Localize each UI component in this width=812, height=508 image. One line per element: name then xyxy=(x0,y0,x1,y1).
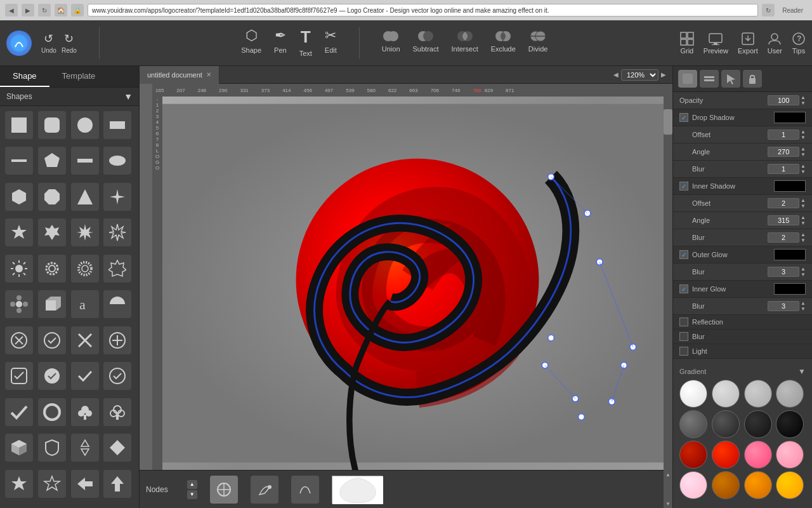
outer-glow-color[interactable] xyxy=(774,249,806,260)
forward-button[interactable]: ▶ xyxy=(22,4,34,17)
exclude-tool[interactable]: Exclude xyxy=(491,27,516,59)
swatch-pink[interactable] xyxy=(744,441,772,469)
shape-star8[interactable] xyxy=(71,218,99,246)
shape-octagon[interactable] xyxy=(38,183,66,211)
inner-shadow-color[interactable] xyxy=(774,180,806,192)
swatch-dorange[interactable] xyxy=(744,471,772,499)
swatch-white[interactable] xyxy=(679,380,707,408)
shape-box3d[interactable] xyxy=(38,290,66,318)
subtract-tool[interactable]: Subtract xyxy=(413,27,439,59)
canvas-main[interactable] xyxy=(162,97,672,470)
inner-glow-blur-input[interactable] xyxy=(768,301,799,311)
export-button[interactable]: Export xyxy=(738,32,758,55)
home-button[interactable]: 🏠 xyxy=(55,4,67,17)
shape-flower[interactable] xyxy=(5,290,33,318)
shape-big-check[interactable] xyxy=(5,398,33,426)
bottom-scrollbar[interactable]: ▲ ▼ xyxy=(664,470,672,508)
preview-button[interactable]: Preview xyxy=(704,32,728,55)
shape-gear[interactable] xyxy=(38,255,66,283)
scroll-down-arrow[interactable]: ▼ xyxy=(664,499,672,508)
shape-cube[interactable] xyxy=(5,434,33,462)
node-pen-tool[interactable] xyxy=(251,476,278,504)
shapes-dropdown-icon[interactable]: ▼ xyxy=(124,91,133,102)
light-checkbox[interactable]: ✓ xyxy=(679,347,688,356)
outer-glow-blur-input[interactable] xyxy=(768,267,799,277)
shape-square[interactable] xyxy=(5,111,33,139)
url-bar[interactable]: www.youidraw.com/apps/logocreator/?templ… xyxy=(88,4,758,17)
swatch-edgray[interactable] xyxy=(744,410,772,438)
tab-shape[interactable]: Shape xyxy=(0,66,49,87)
shape-check-outline[interactable] xyxy=(103,362,131,390)
refresh-button[interactable]: ↻ xyxy=(38,4,51,17)
shape-circle-check[interactable] xyxy=(38,326,66,354)
swatch-lgray[interactable] xyxy=(712,380,740,408)
nodes-scroll-down[interactable]: ▼ xyxy=(187,490,197,499)
ds-offset-stepper[interactable]: ▲ ▼ xyxy=(801,129,806,140)
swatch-vlpink[interactable] xyxy=(679,471,707,499)
inner-shadow-angle-input[interactable] xyxy=(768,215,799,225)
swatch-mgray[interactable] xyxy=(744,380,772,408)
layers-btn[interactable] xyxy=(700,70,719,88)
shape-triangle[interactable] xyxy=(71,183,99,211)
shape-rectangle[interactable] xyxy=(103,111,131,139)
back-button[interactable]: ◀ xyxy=(5,4,18,17)
swatch-lpink[interactable] xyxy=(776,441,804,469)
shape-star-outline[interactable] xyxy=(103,218,131,246)
edit-tool[interactable]: ✂ Edit xyxy=(325,27,337,59)
ds-blur-stepper[interactable]: ▲ ▼ xyxy=(801,163,806,175)
shape-h-line[interactable] xyxy=(5,147,33,175)
canvas-scrollbar-v[interactable] xyxy=(664,97,672,470)
lock-btn[interactable] xyxy=(743,70,762,88)
shape-ring[interactable] xyxy=(38,398,66,426)
shape-arrow-up[interactable] xyxy=(103,470,131,498)
drop-shadow-color[interactable] xyxy=(774,112,806,123)
drop-shadow-offset-input[interactable] xyxy=(768,130,799,140)
shape-tool[interactable]: ⬡ Shape xyxy=(241,27,261,59)
gradient-dropdown-icon[interactable]: ▼ xyxy=(798,367,806,376)
swatch-dred[interactable] xyxy=(679,441,707,469)
nodes-scroll-up[interactable]: ▲ xyxy=(187,480,197,489)
shape-x-mark[interactable] xyxy=(71,326,99,354)
zoom-select[interactable]: 120% 100% 75% 50% xyxy=(621,69,658,81)
shape-club2[interactable] xyxy=(103,398,131,426)
shape-star5-outline[interactable] xyxy=(38,470,66,498)
shape-star-david[interactable] xyxy=(71,434,99,462)
is-angle-stepper[interactable]: ▲ ▼ xyxy=(801,215,806,226)
opacity-stepper[interactable]: ▲ ▼ xyxy=(801,95,806,106)
tab-template[interactable]: Template xyxy=(49,66,108,87)
drop-shadow-blur-input[interactable] xyxy=(768,164,799,174)
inner-shadow-checkbox[interactable]: ✓ xyxy=(679,182,688,190)
ds-angle-stepper[interactable]: ▲ ▼ xyxy=(801,146,806,157)
scroll-up-arrow[interactable]: ▲ xyxy=(664,470,672,479)
user-button[interactable]: User xyxy=(768,32,782,55)
outer-glow-checkbox[interactable]: ✓ xyxy=(679,250,688,259)
union-tool[interactable]: Union xyxy=(382,27,400,59)
is-offset-stepper[interactable]: ▲ ▼ xyxy=(801,197,806,209)
shape-hexagon[interactable] xyxy=(5,183,33,211)
shape-text-a[interactable]: a xyxy=(71,290,99,318)
shape-shield[interactable] xyxy=(38,434,66,462)
node-select-tool[interactable] xyxy=(210,476,238,504)
text-tool[interactable]: T Text xyxy=(299,27,312,59)
swatch-dgray[interactable] xyxy=(679,410,707,438)
inner-shadow-blur-input[interactable] xyxy=(768,232,799,243)
is-blur-stepper[interactable]: ▲ ▼ xyxy=(801,232,806,243)
shape-check-circle[interactable] xyxy=(38,362,66,390)
fill-tool-btn[interactable] xyxy=(678,70,697,88)
inner-shadow-offset-input[interactable] xyxy=(768,198,799,208)
intersect-tool[interactable]: Intersect xyxy=(452,27,478,59)
shape-star6[interactable] xyxy=(38,218,66,246)
swatch-orange[interactable] xyxy=(712,471,740,499)
drop-shadow-checkbox[interactable]: ✓ xyxy=(679,113,688,122)
shape-star5-filled[interactable] xyxy=(5,470,33,498)
shape-thin-rect[interactable] xyxy=(71,147,99,175)
undo-button[interactable]: ↺ Undo xyxy=(41,32,56,54)
close-tab-button[interactable]: ✕ xyxy=(206,71,211,78)
shape-club[interactable] xyxy=(71,398,99,426)
shape-cross-circle[interactable] xyxy=(103,326,131,354)
canvas-tab[interactable]: untitled document ✕ xyxy=(140,66,219,84)
drop-shadow-angle-input[interactable] xyxy=(768,147,799,157)
divide-tool[interactable]: Divide xyxy=(528,27,548,59)
refresh-icon[interactable]: ↻ xyxy=(762,4,775,17)
reflection-checkbox[interactable]: ✓ xyxy=(679,318,688,326)
